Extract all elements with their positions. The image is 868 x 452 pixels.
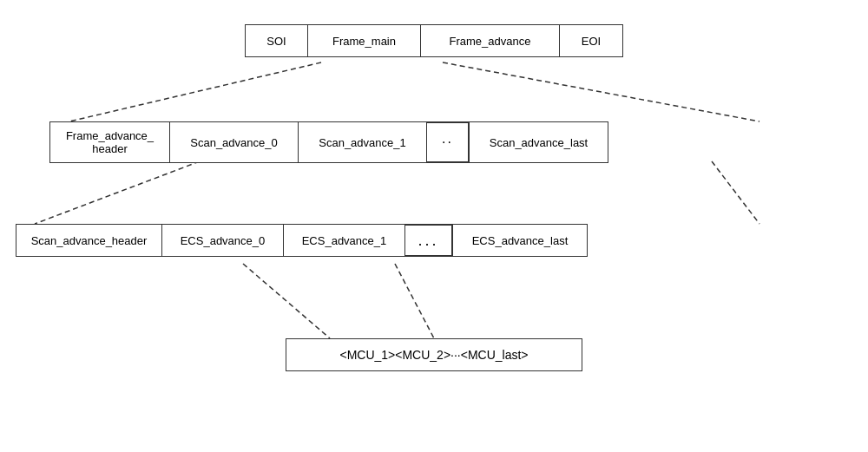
box-frame-advance: Frame_advance (421, 25, 560, 56)
row4: <MCU_1><MCU_2>···<MCU_last> (286, 338, 582, 371)
box-ecs-advance-1: ECS_advance_1 (284, 225, 405, 256)
box-scan-advance-0: Scan_advance_0 (170, 122, 299, 162)
dots-row3: ... (405, 225, 452, 256)
box-mcu: <MCU_1><MCU_2>···<MCU_last> (286, 339, 582, 370)
row4-container: <MCU_1><MCU_2>···<MCU_last> (286, 338, 582, 371)
box-ecs-advance-0: ECS_advance_0 (162, 225, 284, 256)
row2: Frame_advance_header Scan_advance_0 Scan… (49, 121, 608, 163)
dots-row2: ·· (427, 122, 469, 162)
box-eoi: EOI (560, 25, 622, 56)
box-scan-advance-last: Scan_advance_last (469, 122, 608, 162)
box-ecs-advance-last: ECS_advance_last (452, 225, 587, 256)
svg-line-1 (443, 62, 760, 121)
box-frame-main: Frame_main (308, 25, 421, 56)
box-scan-advance-1: Scan_advance_1 (299, 122, 427, 162)
row3: Scan_advance_header ECS_advance_0 ECS_ad… (16, 224, 588, 257)
diagram: SOI Frame_main Frame_advance EOI Frame_a… (0, 0, 868, 452)
svg-line-3 (712, 161, 760, 224)
svg-line-2 (35, 161, 200, 224)
box-frame-advance-header: Frame_advance_header (50, 122, 170, 162)
svg-line-5 (395, 264, 434, 338)
row1-container: SOI Frame_main Frame_advance EOI (245, 24, 623, 57)
row2-container: Frame_advance_header Scan_advance_0 Scan… (49, 121, 608, 163)
box-soi: SOI (246, 25, 308, 56)
row3-container: Scan_advance_header ECS_advance_0 ECS_ad… (16, 224, 588, 257)
svg-line-0 (69, 62, 321, 121)
row1: SOI Frame_main Frame_advance EOI (245, 24, 623, 57)
box-scan-advance-header: Scan_advance_header (16, 225, 162, 256)
svg-line-4 (243, 264, 330, 338)
